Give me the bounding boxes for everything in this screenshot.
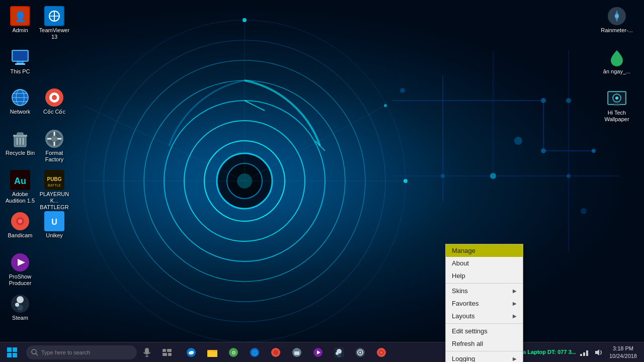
rainmeter-label: Rainmeter-... bbox=[601, 27, 633, 34]
desktop-icon-recycle[interactable]: Recycle Bin bbox=[2, 127, 38, 158]
svg-line-19 bbox=[315, 141, 325, 151]
record-icon bbox=[376, 347, 386, 357]
task-view-icon bbox=[163, 349, 172, 356]
svg-point-83 bbox=[15, 303, 19, 307]
app3-icon: ⚙ bbox=[228, 347, 238, 357]
menu-item-help[interactable]: Help bbox=[446, 269, 523, 282]
menu-item-about[interactable]: About bbox=[446, 257, 523, 269]
svg-point-34 bbox=[514, 137, 522, 145]
taskbar-time: 3:18 PM bbox=[609, 345, 637, 352]
menu-item-logging[interactable]: Logging ▶ bbox=[446, 352, 523, 362]
taskbar-app3-button[interactable]: ⚙ bbox=[223, 342, 244, 363]
menu-separator-2 bbox=[446, 323, 523, 324]
menu-item-refresh-all[interactable]: Refresh all bbox=[446, 337, 523, 350]
app5-icon bbox=[271, 347, 281, 357]
microphone-icon bbox=[143, 347, 151, 357]
svg-rect-110 bbox=[294, 351, 299, 355]
desktop-icon-unikey[interactable]: U Unikey bbox=[36, 209, 72, 241]
svg-point-3 bbox=[144, 80, 345, 282]
menu-item-favorites[interactable]: Favorites ▶ bbox=[446, 297, 523, 310]
taskbar-date: 10/24/2018 bbox=[609, 352, 637, 359]
menu-item-skins[interactable]: Skins ▶ bbox=[446, 285, 523, 297]
desktop-icon-rainmeter[interactable]: Rainmeter-... bbox=[599, 4, 635, 36]
svg-text:👤: 👤 bbox=[14, 11, 27, 23]
menu-item-manage[interactable]: Manage bbox=[446, 244, 523, 257]
svg-rect-102 bbox=[207, 351, 217, 357]
taskbar-edge-button[interactable] bbox=[181, 342, 201, 363]
svg-point-75 bbox=[18, 219, 22, 223]
taskbar-app6-button[interactable] bbox=[287, 342, 307, 363]
svg-point-32 bbox=[566, 98, 571, 103]
svg-text:U: U bbox=[51, 218, 57, 226]
svg-rect-57 bbox=[17, 133, 23, 135]
taskbar-explorer-button[interactable] bbox=[202, 342, 222, 363]
taskbar-datetime[interactable]: 3:18 PM 10/24/2018 bbox=[606, 345, 640, 359]
taskbar-app4-button[interactable]: 🌐 bbox=[245, 342, 265, 363]
search-icon bbox=[31, 349, 38, 356]
format-label: Format Factory bbox=[38, 150, 70, 163]
menu-separator-1 bbox=[446, 283, 523, 284]
steam-label: Steam bbox=[12, 315, 28, 321]
water-label: ăn ngay_... bbox=[603, 68, 630, 75]
taskbar-app8-button[interactable] bbox=[329, 342, 349, 363]
taskbar-record-button[interactable] bbox=[371, 342, 391, 363]
bandicam-label: Bandicam bbox=[8, 232, 33, 239]
svg-point-15 bbox=[243, 18, 247, 22]
desktop-icon-adobe[interactable]: Au Adobe Audition 1.5 bbox=[2, 168, 38, 206]
svg-text:PUBG: PUBG bbox=[47, 176, 62, 182]
tray-network-icon[interactable] bbox=[578, 342, 590, 363]
unikey-label: Unikey bbox=[46, 232, 63, 239]
svg-point-5 bbox=[184, 121, 305, 241]
desktop-icon-network[interactable]: Network bbox=[2, 85, 38, 117]
adobe-label: Adobe Audition 1.5 bbox=[4, 191, 36, 204]
taskbar-app7-button[interactable] bbox=[308, 342, 328, 363]
svg-point-27 bbox=[541, 98, 546, 103]
menu-separator-3 bbox=[446, 351, 523, 351]
desktop-icon-hitech[interactable]: Hi Tech Wallpaper bbox=[599, 86, 635, 125]
taskbar: Type here to search bbox=[0, 342, 644, 362]
search-bar[interactable]: Type here to search bbox=[26, 345, 137, 359]
desktop-icon-bandicam[interactable]: Bandicam bbox=[2, 209, 38, 241]
explorer-icon bbox=[207, 348, 217, 357]
svg-point-63 bbox=[51, 136, 57, 142]
taskbar-settings-button[interactable] bbox=[350, 342, 370, 363]
svg-point-89 bbox=[615, 97, 618, 100]
recycle-label: Recycle Bin bbox=[6, 150, 35, 156]
svg-rect-93 bbox=[145, 348, 149, 354]
svg-text:BATTLE: BATTLE bbox=[48, 184, 61, 187]
svg-point-4 bbox=[164, 101, 325, 261]
svg-line-92 bbox=[36, 353, 38, 355]
context-menu: Manage About Help Skins ▶ Favorites ▶ La… bbox=[445, 244, 523, 362]
menu-item-edit-settings[interactable]: Edit settings bbox=[446, 325, 523, 337]
svg-point-36 bbox=[400, 88, 405, 93]
svg-line-13 bbox=[84, 106, 245, 181]
tray-volume-icon[interactable] bbox=[592, 342, 604, 363]
svg-point-81 bbox=[17, 296, 24, 303]
desktop-icon-proshow[interactable]: ProShow Producer bbox=[2, 250, 38, 289]
admin-label: Admin bbox=[12, 27, 28, 34]
start-button[interactable] bbox=[0, 342, 24, 363]
desktop-icon-coccoc[interactable]: Cốc Cốc bbox=[36, 85, 72, 117]
network-tray-icon bbox=[580, 349, 588, 356]
desktop-icon-format[interactable]: Format Factory bbox=[36, 127, 72, 165]
desktop-icon-teamviewer[interactable]: TeamViewer 13 bbox=[36, 4, 72, 42]
desktop-icon-steam[interactable]: Steam bbox=[2, 292, 38, 323]
svg-rect-124 bbox=[580, 354, 582, 356]
svg-rect-44 bbox=[17, 61, 23, 63]
desktop-icon-water[interactable]: ăn ngay_... bbox=[599, 45, 635, 77]
svg-text:🌐: 🌐 bbox=[252, 349, 258, 356]
svg-point-35 bbox=[581, 208, 587, 214]
voice-search-button[interactable] bbox=[137, 342, 157, 363]
settings-icon bbox=[355, 347, 365, 357]
edge-icon bbox=[186, 347, 196, 357]
taskbar-app5-button[interactable] bbox=[266, 342, 286, 363]
search-placeholder: Type here to search bbox=[41, 349, 90, 355]
menu-item-layouts[interactable]: Layouts ▶ bbox=[446, 310, 523, 322]
task-view-button[interactable] bbox=[157, 342, 177, 363]
svg-rect-46 bbox=[13, 51, 27, 60]
desktop-icon-admin[interactable]: 👤 Admin bbox=[2, 4, 38, 36]
coccoc-label: Cốc Cốc bbox=[43, 109, 65, 115]
desktop-icon-thispc[interactable]: This PC bbox=[2, 45, 38, 77]
taskbar-pinned-icons: ⚙ 🌐 bbox=[181, 342, 391, 363]
svg-rect-126 bbox=[586, 350, 588, 356]
